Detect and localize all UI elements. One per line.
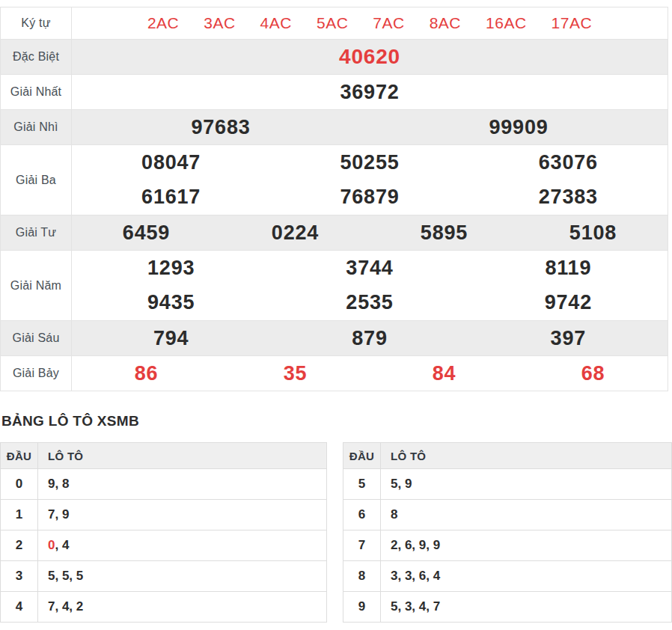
loto-numbers: 5, 5, 5 [48, 569, 83, 584]
prize-number: 76879 [270, 186, 468, 209]
loto-numbers: 7, 9 [48, 507, 69, 522]
prize-number: 8119 [469, 257, 668, 280]
loto-values-cell: 8 [381, 500, 671, 530]
prize-row-giai-ba: Giải Ba 08047 50255 63076 61617 76879 27… [1, 145, 668, 215]
loto-row: 3 5, 5, 5 [1, 561, 326, 592]
loto-header-dau: ĐẦU [343, 443, 381, 468]
loto-values-cell: 5, 9 [381, 469, 671, 499]
prize-label: Ký tự [1, 7, 72, 39]
loto-table-right: ĐẦU LÔ TÔ 5 5, 9 6 8 7 2, 6, 9, 9 8 3, 3… [343, 442, 672, 623]
loto-numbers: 8 [391, 507, 397, 522]
loto-dau-cell: 5 [343, 469, 381, 499]
symbol-code: 7AC [373, 14, 404, 32]
prize-row-giai-nam: Giải Năm 1293 3744 8119 9435 2535 9742 [1, 251, 668, 321]
prize-row-giai-sau: Giải Sáu 794 879 397 [1, 321, 668, 356]
loto-numbers: 3, 3, 6, 4 [391, 569, 440, 584]
prize-number: 68 [519, 362, 668, 385]
prize-number: 27383 [469, 186, 668, 209]
prize-values: 36972 [72, 75, 668, 109]
prize-number: 397 [469, 327, 668, 350]
loto-table-left: ĐẦU LÔ TÔ 0 9, 8 1 7, 9 2 0, 4 3 5, 5, 5… [0, 442, 327, 623]
prize-number: 63076 [469, 151, 668, 174]
loto-row: 7 2, 6, 9, 9 [343, 530, 671, 561]
prize-row-giai-bay: Giải Bảy 86 35 84 68 [1, 356, 668, 391]
prize-row-dac-biet: Đặc Biệt 40620 [1, 40, 668, 75]
loto-row: 5 5, 9 [343, 469, 671, 500]
loto-numbers: 5, 9 [391, 477, 412, 492]
prize-row-giai-tu: Giải Tư 6459 0224 5895 5108 [1, 215, 668, 251]
loto-tables: ĐẦU LÔ TÔ 0 9, 8 1 7, 9 2 0, 4 3 5, 5, 5… [0, 442, 672, 623]
prize-number: 1293 [72, 257, 270, 280]
loto-dau-cell: 8 [343, 561, 381, 591]
prize-values: 40620 [72, 40, 668, 74]
loto-row: 6 8 [343, 500, 671, 530]
loto-dau-cell: 0 [1, 469, 38, 499]
loto-values-cell: 2, 6, 9, 9 [381, 530, 671, 560]
loto-row: 2 0, 4 [1, 530, 326, 561]
prize-number: 879 [270, 327, 468, 350]
prize-label: Giải Nhất [1, 75, 72, 109]
loto-values-cell: 3, 3, 6, 4 [381, 561, 671, 591]
prize-number: 40620 [72, 45, 668, 69]
prize-number: 5895 [370, 221, 519, 245]
prize-values: 86 35 84 68 [72, 356, 668, 391]
prize-number: 50255 [270, 151, 468, 174]
prize-number: 36972 [72, 81, 668, 104]
loto-dau-cell: 7 [343, 530, 381, 560]
loto-dau-cell: 2 [1, 530, 38, 560]
loto-row: 9 5, 3, 4, 7 [343, 592, 671, 623]
prize-label: Giải Tư [1, 215, 72, 250]
loto-header-row: ĐẦU LÔ TÔ [1, 443, 326, 469]
prize-label: Giải Năm [1, 251, 72, 320]
symbol-code: 3AC [204, 14, 235, 32]
prize-number: 3744 [270, 257, 468, 280]
loto-numbers: , 4 [55, 538, 69, 553]
prize-number: 35 [221, 362, 370, 385]
loto-section-title: BẢNG LÔ TÔ XSMB [1, 413, 672, 429]
loto-header-loto: LÔ TÔ [381, 443, 671, 468]
loto-row: 8 3, 3, 6, 4 [343, 561, 671, 592]
prize-values: 794 879 397 [72, 321, 668, 355]
prize-row-giai-nhat: Giải Nhất 36972 [1, 75, 668, 110]
prize-label: Đặc Biệt [1, 40, 72, 74]
prize-number: 86 [72, 362, 221, 385]
prize-number: 99909 [370, 116, 668, 139]
prize-number: 61617 [72, 186, 270, 209]
loto-dau-cell: 4 [1, 592, 38, 622]
prize-number: 6459 [72, 221, 221, 245]
prize-label: Giải Bảy [1, 356, 72, 391]
xsmb-prize-table: Ký tự 2AC 3AC 4AC 5AC 7AC 8AC 16AC 17AC … [0, 7, 668, 391]
symbol-code: 4AC [260, 14, 292, 32]
prize-number: 2535 [270, 291, 468, 314]
loto-dau-cell: 3 [1, 561, 38, 591]
prize-label: Giải Nhì [1, 110, 72, 144]
loto-row: 0 9, 8 [1, 469, 326, 500]
loto-numbers: 9, 8 [48, 477, 69, 492]
symbol-code: 5AC [317, 14, 348, 32]
loto-values-cell: 7, 9 [38, 500, 326, 530]
prize-number: 08047 [72, 151, 270, 174]
prize-values: 97683 99909 [72, 110, 668, 144]
symbol-codes: 2AC 3AC 4AC 5AC 7AC 8AC 16AC 17AC [72, 7, 668, 39]
symbol-code: 2AC [147, 14, 179, 32]
symbol-code: 16AC [486, 14, 527, 32]
loto-values-cell: 5, 5, 5 [38, 561, 326, 591]
prize-values: 1293 3744 8119 9435 2535 9742 [72, 251, 668, 320]
prize-number: 9742 [469, 291, 668, 314]
loto-row: 1 7, 9 [1, 500, 326, 530]
prize-number: 9435 [72, 291, 270, 314]
loto-numbers: 2, 6, 9, 9 [391, 538, 440, 553]
symbol-code: 17AC [552, 14, 593, 32]
prize-values: 6459 0224 5895 5108 [72, 215, 668, 250]
symbol-code: 8AC [430, 14, 461, 32]
loto-header-row: ĐẦU LÔ TÔ [343, 443, 671, 469]
prize-row-giai-nhi: Giải Nhì 97683 99909 [1, 110, 668, 145]
loto-row: 4 7, 4, 2 [1, 592, 326, 623]
loto-values-cell: 5, 3, 4, 7 [381, 592, 671, 622]
prize-label: Giải Sáu [1, 321, 72, 355]
prize-number: 0224 [221, 221, 370, 245]
loto-header-dau: ĐẦU [1, 443, 38, 468]
prize-number: 84 [370, 362, 519, 385]
prize-label: Giải Ba [1, 145, 72, 215]
prize-number: 794 [72, 327, 270, 350]
